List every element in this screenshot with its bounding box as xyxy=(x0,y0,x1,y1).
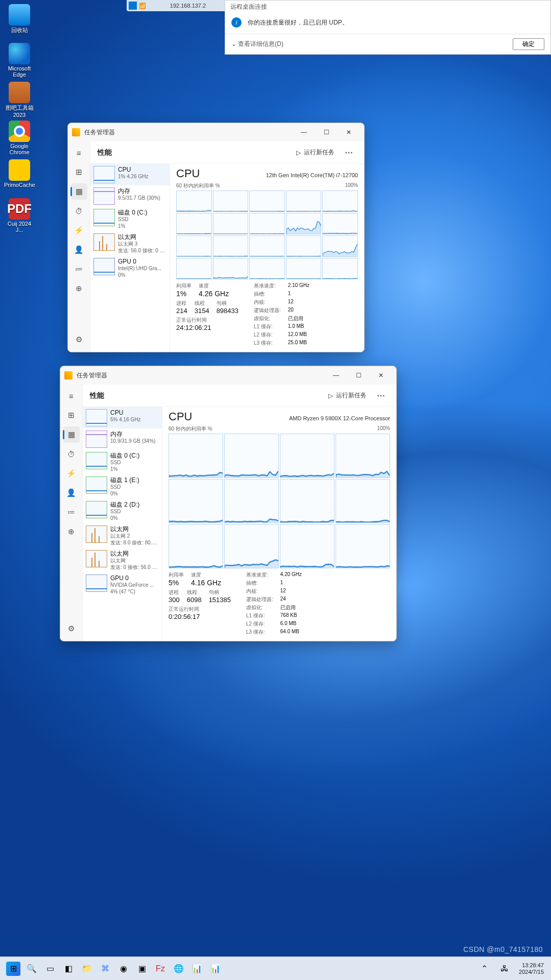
stat-value: 300 xyxy=(169,596,180,604)
perf-item--[interactable]: 以太网 以太网发送: 0 接收: 56.0 Kbps xyxy=(83,548,162,572)
perf-item-cpu[interactable]: CPU 5% 4.16 GHz xyxy=(83,407,162,428)
kv-key: 内核: xyxy=(246,588,273,595)
kv-key: 插槽: xyxy=(254,291,281,298)
kv-value: 1.0 MB xyxy=(288,323,309,330)
details-toggle[interactable]: ⌄ 查看详细信息(D) xyxy=(231,40,283,49)
desktop-icon-recycle[interactable]: 回收站 xyxy=(4,4,35,34)
maximize-button[interactable]: ☐ xyxy=(315,125,338,140)
stat-label: 速度 xyxy=(199,282,229,290)
stat-label: 进程 xyxy=(176,300,187,307)
perf-item-gpu-0[interactable]: GPU 0 NVIDIA GeForce ...4% (47 °C) xyxy=(83,572,162,597)
run-task-button[interactable]: ▷ 运行新任务 xyxy=(324,389,371,402)
kv-key: 基准速度: xyxy=(246,571,273,579)
settings-icon[interactable]: ⚙ xyxy=(63,620,80,637)
desktop-icon-edge[interactable]: Microsoft Edge xyxy=(4,43,35,78)
search-icon[interactable]: 🔍 xyxy=(25,962,39,976)
more-icon[interactable]: ⋯ xyxy=(341,146,357,159)
stat-label: 句柄 xyxy=(209,589,231,596)
nav-menu-icon[interactable]: ≡ xyxy=(63,388,80,404)
close-button[interactable]: ✕ xyxy=(370,368,392,383)
pin-icon[interactable] xyxy=(129,2,137,10)
run-task-button[interactable]: ▷ 运行新任务 xyxy=(292,146,339,159)
widgets-icon[interactable]: ◧ xyxy=(61,962,76,976)
desktop-icon-pdf[interactable]: PDFCuij 2024 J... xyxy=(4,198,35,233)
perf-item--0-c-[interactable]: 磁盘 0 (C:) SSD1% xyxy=(90,207,170,231)
filezilla-icon[interactable]: Fz xyxy=(153,962,167,976)
nav-performance-icon[interactable]: ▦ xyxy=(63,426,80,443)
perf-item-gpu-0[interactable]: GPU 0 Intel(R) UHD Gra...0% xyxy=(90,256,170,280)
nav-history-icon[interactable]: ⏱ xyxy=(63,446,80,462)
nav-processes-icon[interactable]: ⊞ xyxy=(63,407,80,423)
ok-button[interactable]: 确定 xyxy=(513,38,544,50)
core-cell xyxy=(322,213,358,234)
task-manager-taskbar-icon-2[interactable]: 📊 xyxy=(208,962,223,976)
core-cell xyxy=(213,235,249,257)
file-explorer-icon[interactable]: 📁 xyxy=(80,962,94,976)
nav-startup-icon[interactable]: ⚡ xyxy=(71,222,87,238)
nav-users-icon[interactable]: 👤 xyxy=(63,485,80,501)
minimize-button[interactable]: ― xyxy=(325,368,347,383)
desktop-icon-toolbox[interactable]: 图吧工具箱2023 xyxy=(4,82,35,118)
perf-item--[interactable]: 内存 10.9/31.9 GB (34%) xyxy=(83,428,162,450)
nav-services-icon[interactable]: ⊕ xyxy=(71,280,87,297)
nav-services-icon[interactable]: ⊕ xyxy=(63,523,80,540)
stat-value: 4.26 GHz xyxy=(199,290,229,298)
tray-network-icon[interactable]: 🖧 xyxy=(497,962,512,976)
nav-details-icon[interactable]: ≔ xyxy=(63,504,80,520)
start-button[interactable]: ⊞ xyxy=(6,962,20,976)
minimize-button[interactable]: ― xyxy=(293,125,315,140)
task-view-icon[interactable]: ▭ xyxy=(43,962,57,976)
primo-icon xyxy=(9,159,30,181)
perf-item-title: 磁盘 0 (C:) xyxy=(118,209,166,217)
chart-caption-left: 60 秒内的利用率 % xyxy=(169,425,212,433)
kv-value: 1 xyxy=(288,291,309,298)
vscode-icon[interactable]: ⌘ xyxy=(98,962,112,976)
more-icon[interactable]: ⋯ xyxy=(373,389,389,402)
perf-item--[interactable]: 以太网 以太网 3发送: 56.0 接收: 0 Kbps xyxy=(90,231,170,256)
perf-item--1-e-[interactable]: 磁盘 1 (E:) SSD0% xyxy=(83,474,162,499)
stat-label: 句柄 xyxy=(217,300,238,307)
desktop-icon-primo[interactable]: PrimoCache xyxy=(4,159,35,188)
nav-history-icon[interactable]: ⏱ xyxy=(71,203,87,219)
nav-startup-icon[interactable]: ⚡ xyxy=(63,465,80,482)
core-cell xyxy=(176,213,212,234)
task-manager-taskbar-icon[interactable]: 📊 xyxy=(190,962,204,976)
nav-processes-icon[interactable]: ⊞ xyxy=(71,164,87,180)
terminal-icon[interactable]: ▣ xyxy=(135,962,149,976)
uptime-value: 24:12:06:21 xyxy=(176,324,238,331)
nav-details-icon[interactable]: ≔ xyxy=(71,261,87,277)
perf-item--0-c-[interactable]: 磁盘 0 (C:) SSD1% xyxy=(83,450,162,474)
perf-item-title: 内存 xyxy=(110,431,159,438)
nav-rail: ≡ ⊞ ▦ ⏱ ⚡ 👤 ≔ ⊕ ⚙ xyxy=(68,141,90,352)
maximize-button[interactable]: ☐ xyxy=(347,368,370,383)
perf-item-cpu[interactable]: CPU 1% 4.26 GHz xyxy=(90,164,170,185)
kv-key: 逻辑处理器: xyxy=(254,307,281,314)
core-cell xyxy=(280,434,334,478)
nav-rail: ≡ ⊞ ▦ ⏱ ⚡ 👤 ≔ ⊕ ⚙ xyxy=(60,385,83,641)
settings-icon[interactable]: ⚙ xyxy=(71,331,87,348)
rdp-connection-bar[interactable]: 📶 192.168.137.2 xyxy=(127,0,227,11)
close-button[interactable]: ✕ xyxy=(338,125,360,140)
nav-users-icon[interactable]: 👤 xyxy=(71,242,87,258)
kv-key: L2 缓存: xyxy=(246,620,273,628)
nav-menu-icon[interactable]: ≡ xyxy=(71,145,87,161)
edge-taskbar-icon[interactable]: 🌐 xyxy=(172,962,186,976)
kv-value: 2.10 GHz xyxy=(288,282,309,290)
kv-key: 虚拟化: xyxy=(254,315,281,322)
perf-item-sub: 以太网 2 xyxy=(110,533,159,540)
titlebar[interactable]: 任务管理器 ― ☐ ✕ xyxy=(68,123,364,141)
kv-key: 虚拟化: xyxy=(246,604,273,611)
chrome-icon[interactable]: ◉ xyxy=(116,962,131,976)
desktop-icon-chrome[interactable]: Google Chrome xyxy=(4,121,35,155)
perf-item--[interactable]: 内存 9.5/31.7 GB (30%) xyxy=(90,185,170,207)
perf-item--[interactable]: 以太网 以太网 2发送: 8.0 接收: 80.0 Kbps xyxy=(83,523,162,548)
perf-item--2-d-[interactable]: 磁盘 2 (D:) SSD0% xyxy=(83,499,162,523)
tray-chevron-icon[interactable]: ⌃ xyxy=(477,962,491,976)
titlebar[interactable]: 任务管理器 ― ☐ ✕ xyxy=(60,366,396,385)
clock[interactable]: 13:28:47 2024/7/15 xyxy=(516,962,547,974)
core-cell xyxy=(176,258,212,279)
perf-item-title: CPU xyxy=(110,409,159,417)
nav-performance-icon[interactable]: ▦ xyxy=(71,183,87,200)
dialog-title: 远程桌面连接 xyxy=(225,1,550,13)
taskbar[interactable]: ⊞ 🔍 ▭ ◧ 📁 ⌘ ◉ ▣ Fz 🌐 📊 📊 ⌃ 🖧 13:28:47 20… xyxy=(0,957,551,980)
